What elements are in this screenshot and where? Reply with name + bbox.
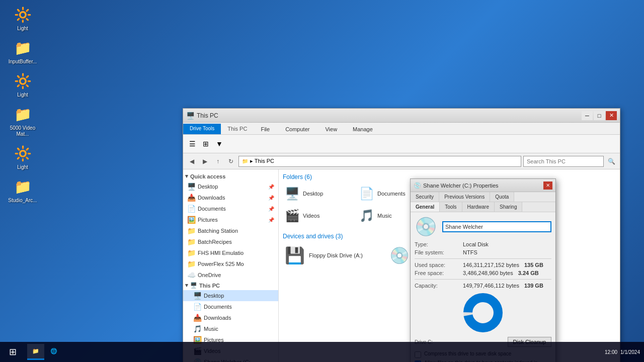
desktop-icon-4[interactable]: 📁 Studio_Arc... xyxy=(3,174,43,206)
capacity-gb: 139 GB xyxy=(524,283,543,289)
used-label: Used space: xyxy=(415,262,460,268)
sidebar-thispc-header[interactable]: ▾ 🖥️ This PC xyxy=(183,281,278,290)
address-input[interactable]: 📁 ▸ This PC xyxy=(238,156,521,167)
desktop-icon-light4[interactable]: 🔆 Light xyxy=(3,141,43,172)
taskbar-file-explorer[interactable]: 📁 xyxy=(27,344,44,360)
dialog-tab-row-2: General Tools Hardware Sharing xyxy=(411,202,555,212)
taskbar-tray: 12:00 1/1/2024 xyxy=(605,349,644,355)
tab-view[interactable]: View xyxy=(317,124,345,134)
ribbon-tab-bar: Drive Tools This PC File Computer View M… xyxy=(183,123,620,135)
prop-row-capacity: Capacity: 149,797,466,112 bytes 139 GB xyxy=(415,283,551,289)
nav-back[interactable]: ◀ xyxy=(186,156,197,167)
folder-desktop[interactable]: 🖥️ Desktop xyxy=(283,185,353,203)
sidebar-item-thispc-downloads[interactable]: 📥Downloads xyxy=(183,312,278,323)
dialog-tabs: Security Previous Versions Quota General… xyxy=(411,192,555,212)
nav-up[interactable]: ↑ xyxy=(212,156,223,167)
sidebar-quick-access-header[interactable]: ▾ Quick access xyxy=(183,171,278,181)
tab-sharing[interactable]: Sharing xyxy=(495,202,522,212)
dialog-tab-row-1: Security Previous Versions Quota xyxy=(411,192,555,202)
nav-forward[interactable]: ▶ xyxy=(199,156,210,167)
sidebar-item-fhshmi[interactable]: 📁FHS HMI Emulatio xyxy=(183,247,278,258)
start-button[interactable]: ⊞ xyxy=(0,342,25,362)
search-submit[interactable]: 🔍 xyxy=(606,156,617,167)
free-gb: 3.24 GB xyxy=(518,270,539,276)
prop-row-type: Type: Local Disk xyxy=(415,241,551,247)
dialog-content: 💿 Type: Local Disk File system: NTFS Use… xyxy=(411,212,555,362)
taskbar-items: 📁 🌐 xyxy=(25,344,605,360)
device-floppy[interactable]: 💾 Floppy Disk Drive (A:) xyxy=(283,244,383,267)
sidebar-item-batchingstation[interactable]: 📁Batching Station xyxy=(183,225,278,236)
address-path: ▸ This PC xyxy=(250,158,274,164)
tab-quota[interactable]: Quota xyxy=(490,192,514,202)
capacity-bytes: 149,797,466,112 bytes xyxy=(463,283,519,289)
sidebar-item-downloads[interactable]: 📥Downloads 📌 xyxy=(183,192,278,203)
prop-row-used: Used space: 146,311,217,152 bytes 135 GB xyxy=(415,262,551,268)
taskbar-time: 12:00 xyxy=(605,349,617,355)
type-value: Local Disk xyxy=(463,241,489,247)
sidebar-item-onedrive[interactable]: ☁️OneDrive xyxy=(183,269,278,281)
ribbon-icon-view2[interactable]: ⊞ xyxy=(200,138,212,150)
sidebar-item-desktop[interactable]: 🖥️Desktop 📌 xyxy=(183,181,278,192)
sidebar-item-thispc-desktop[interactable]: 🖥️Desktop xyxy=(183,290,278,301)
ribbon: Drive Tools This PC File Computer View M… xyxy=(183,123,620,153)
fs-label: File system: xyxy=(415,249,460,255)
window-controls: ─ □ ✕ xyxy=(582,111,617,120)
drive-icon-row: 💿 xyxy=(415,216,551,237)
fs-value: NTFS xyxy=(463,249,477,255)
sidebar: ▾ Quick access 🖥️Desktop 📌 📥Downloads 📌 … xyxy=(183,169,279,362)
maximize-button[interactable]: □ xyxy=(594,111,605,120)
tab-previous-versions[interactable]: Previous Versions xyxy=(439,192,490,202)
folder-videos[interactable]: 🎬 Videos xyxy=(283,207,353,225)
explorer-titlebar: 🖥️ This PC ─ □ ✕ xyxy=(183,109,620,123)
tab-manage[interactable]: Manage xyxy=(345,124,380,134)
dialog-titlebar: 💿 Shane Welcher (C:) Properties ✕ xyxy=(411,179,555,192)
ribbon-toolbar: ☰ ⊞ ▼ xyxy=(183,135,620,153)
explorer-window-title: This PC xyxy=(197,112,582,119)
tab-this-pc[interactable]: This PC xyxy=(222,124,253,134)
nav-refresh[interactable]: ↻ xyxy=(225,156,236,167)
address-bar: ◀ ▶ ↑ ↻ 📁 ▸ This PC 🔍 xyxy=(183,153,620,169)
tab-drive-tools[interactable]: Drive Tools xyxy=(183,124,221,134)
tab-tools[interactable]: Tools xyxy=(440,202,462,212)
ribbon-icon-group: ☰ ⊞ ▼ xyxy=(186,138,225,150)
tab-security[interactable]: Security xyxy=(411,192,439,202)
taskbar-date: 1/1/2024 xyxy=(620,349,640,355)
minimize-button[interactable]: ─ xyxy=(582,111,593,120)
tab-hardware[interactable]: Hardware xyxy=(462,202,495,212)
drive-icon-large: 💿 xyxy=(415,216,437,237)
desktop-icon-inputbuffer[interactable]: 📁 InputBuffer... xyxy=(3,36,43,67)
capacity-label: Capacity: xyxy=(415,283,460,289)
type-label: Type: xyxy=(415,241,460,247)
close-button[interactable]: ✕ xyxy=(606,111,617,120)
properties-dialog: 💿 Shane Welcher (C:) Properties ✕ Securi… xyxy=(410,178,556,362)
dialog-title: Shane Welcher (C:) Properties xyxy=(423,183,543,189)
prop-row-fs: File system: NTFS xyxy=(415,249,551,255)
desktop-icon-5000[interactable]: 📁 5000 Video Mat... xyxy=(3,102,43,139)
sidebar-item-batchrecipes[interactable]: 📁BatchRecipes xyxy=(183,236,278,247)
free-label: Free space: xyxy=(415,270,460,276)
disk-donut xyxy=(463,293,503,333)
tab-computer[interactable]: Computer xyxy=(278,124,317,134)
desktop-icon-light2[interactable]: 🔆 Light xyxy=(3,69,43,100)
sidebar-item-thispc-documents[interactable]: 📄Documents xyxy=(183,301,278,312)
used-bytes: 146,311,217,152 bytes xyxy=(463,262,519,268)
ribbon-icon-view1[interactable]: ☰ xyxy=(186,138,198,150)
sidebar-item-powerflex[interactable]: 📁PowerFlex 525 Mo xyxy=(183,258,278,269)
search-input[interactable] xyxy=(523,156,604,167)
taskbar: ⊞ 📁 🌐 12:00 1/1/2024 xyxy=(0,342,644,362)
dialog-close-button[interactable]: ✕ xyxy=(543,182,552,190)
ribbon-icon-view3[interactable]: ▼ xyxy=(213,138,225,150)
sidebar-item-documents[interactable]: 📄Documents 📌 xyxy=(183,203,278,214)
prop-row-free: Free space: 3,486,248,960 bytes 3.24 GB xyxy=(415,270,551,276)
drive-name-input[interactable] xyxy=(442,221,551,232)
sidebar-item-thispc-music[interactable]: 🎵Music xyxy=(183,323,278,334)
tab-general[interactable]: General xyxy=(411,202,440,212)
sidebar-item-pictures[interactable]: 🖼️Pictures 📌 xyxy=(183,214,278,225)
taskbar-edge[interactable]: 🌐 xyxy=(45,344,62,360)
tab-file[interactable]: File xyxy=(253,124,277,134)
desktop-icon-light[interactable]: 🔆 Light xyxy=(3,3,43,34)
free-bytes: 3,486,248,960 bytes xyxy=(463,270,513,276)
used-gb: 135 GB xyxy=(524,262,543,268)
